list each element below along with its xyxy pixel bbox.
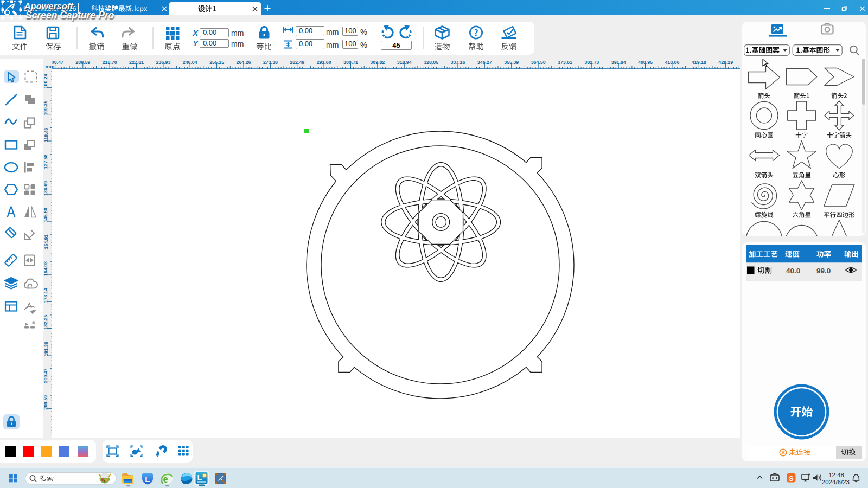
svg-text:328.05: 328.05 <box>424 60 438 65</box>
svg-text:300.71: 300.71 <box>343 60 358 65</box>
svg-text:400.95: 400.95 <box>638 60 653 65</box>
svg-text:419.18: 419.18 <box>692 60 706 65</box>
svg-text:246.04: 246.04 <box>183 60 197 65</box>
svg-text:100.24: 100.24 <box>43 74 49 88</box>
svg-text:136.69: 136.69 <box>43 181 49 196</box>
svg-text:2024/6/23: 2024/6/23 <box>822 479 850 485</box>
svg-text:191.36: 191.36 <box>43 342 49 356</box>
svg-text:382.73: 382.73 <box>584 60 599 65</box>
svg-text:118.46: 118.46 <box>43 127 49 142</box>
svg-text:99.0: 99.0 <box>816 267 831 275</box>
svg-text:255.15: 255.15 <box>209 60 224 65</box>
svg-text:145.80: 145.80 <box>43 208 49 222</box>
svg-text:209.59: 209.59 <box>75 60 90 65</box>
svg-text:209.59: 209.59 <box>43 395 49 410</box>
svg-text:236.93: 236.93 <box>156 60 170 65</box>
svg-text:164.03: 164.03 <box>43 261 49 276</box>
svg-text:40.0: 40.0 <box>786 267 800 275</box>
svg-text:410.06: 410.06 <box>665 60 679 65</box>
svg-text:355.39: 355.39 <box>504 60 519 65</box>
svg-text:391.84: 391.84 <box>611 60 626 65</box>
svg-text:12:48: 12:48 <box>828 472 844 478</box>
svg-text:273.38: 273.38 <box>263 60 278 65</box>
svg-text:346.27: 346.27 <box>477 60 492 65</box>
svg-text:282.49: 282.49 <box>290 60 304 65</box>
svg-text:182.25: 182.25 <box>43 315 49 330</box>
svg-text:364.50: 364.50 <box>531 60 546 65</box>
svg-text:218.70: 218.70 <box>103 60 117 65</box>
svg-text:L: L <box>145 474 150 484</box>
svg-text:227.81: 227.81 <box>129 60 144 65</box>
svg-text:337.16: 337.16 <box>450 60 465 65</box>
svg-text:154.91: 154.91 <box>43 234 49 249</box>
svg-text:M: M <box>203 474 206 478</box>
svg-text:291.60: 291.60 <box>317 60 331 65</box>
svg-text:428.29: 428.29 <box>718 60 733 65</box>
svg-text:173.14: 173.14 <box>43 288 49 303</box>
svg-text:109.35: 109.35 <box>43 101 49 115</box>
svg-text:309.82: 309.82 <box>370 60 385 65</box>
svg-text:200.47: 200.47 <box>43 368 49 383</box>
svg-text:S: S <box>789 474 794 483</box>
svg-text:264.26: 264.26 <box>237 60 251 65</box>
svg-text:318.94: 318.94 <box>397 60 412 65</box>
svg-text:L: L <box>197 473 202 482</box>
svg-text:127.58: 127.58 <box>43 154 49 169</box>
svg-text:373.61: 373.61 <box>558 60 572 65</box>
